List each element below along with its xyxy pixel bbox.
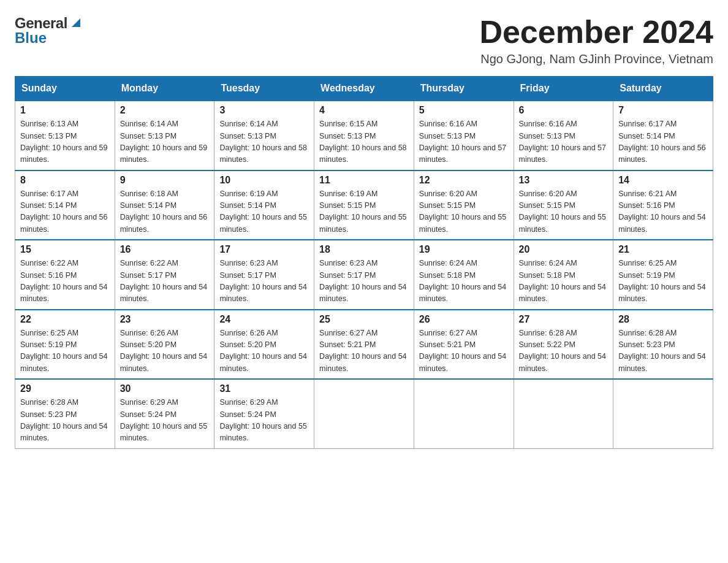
day-info: Sunrise: 6:17 AMSunset: 5:14 PMDaylight:… (618, 118, 708, 166)
calendar-cell: 11Sunrise: 6:19 AMSunset: 5:15 PMDayligh… (314, 170, 414, 240)
day-info: Sunrise: 6:25 AMSunset: 5:19 PMDaylight:… (20, 327, 110, 375)
header-saturday: Saturday (613, 77, 713, 101)
calendar-cell: 10Sunrise: 6:19 AMSunset: 5:14 PMDayligh… (214, 170, 314, 240)
calendar-cell: 26Sunrise: 6:27 AMSunset: 5:21 PMDayligh… (414, 310, 514, 380)
calendar-cell: 6Sunrise: 6:16 AMSunset: 5:13 PMDaylight… (514, 101, 613, 170)
calendar-cell: 17Sunrise: 6:23 AMSunset: 5:17 PMDayligh… (214, 240, 314, 310)
header-tuesday: Tuesday (214, 77, 314, 101)
day-number: 17 (219, 244, 309, 255)
day-number: 27 (519, 314, 609, 325)
day-info: Sunrise: 6:29 AMSunset: 5:24 PMDaylight:… (219, 397, 309, 445)
day-number: 12 (419, 175, 509, 186)
day-number: 24 (219, 314, 309, 325)
day-number: 20 (519, 244, 609, 255)
calendar-body: 1Sunrise: 6:13 AMSunset: 5:13 PMDaylight… (15, 101, 713, 448)
day-number: 16 (120, 244, 210, 255)
header-monday: Monday (115, 77, 214, 101)
calendar-cell: 30Sunrise: 6:29 AMSunset: 5:24 PMDayligh… (115, 379, 214, 448)
day-info: Sunrise: 6:23 AMSunset: 5:17 PMDaylight:… (319, 258, 409, 305)
location-subtitle: Ngo GJong, Nam GJinh Province, Vietnam (479, 52, 713, 66)
calendar-cell: 4Sunrise: 6:15 AMSunset: 5:13 PMDaylight… (314, 101, 414, 170)
calendar-cell: 21Sunrise: 6:25 AMSunset: 5:19 PMDayligh… (613, 240, 713, 310)
calendar-cell: 27Sunrise: 6:28 AMSunset: 5:22 PMDayligh… (514, 310, 613, 380)
calendar-week-3: 15Sunrise: 6:22 AMSunset: 5:16 PMDayligh… (15, 240, 713, 310)
day-info: Sunrise: 6:28 AMSunset: 5:23 PMDaylight:… (618, 327, 708, 375)
calendar-cell: 28Sunrise: 6:28 AMSunset: 5:23 PMDayligh… (613, 310, 713, 380)
day-number: 28 (618, 314, 708, 325)
day-info: Sunrise: 6:19 AMSunset: 5:15 PMDaylight:… (319, 188, 409, 236)
page-header: General Blue December 2024 Ngo GJong, Na… (15, 15, 713, 66)
day-number: 21 (618, 244, 708, 255)
calendar-cell (613, 379, 713, 448)
header-friday: Friday (514, 77, 613, 101)
header-thursday: Thursday (414, 77, 514, 101)
day-number: 10 (219, 175, 309, 186)
header-wednesday: Wednesday (314, 77, 414, 101)
day-number: 22 (20, 314, 110, 325)
day-number: 30 (120, 383, 210, 394)
day-number: 6 (519, 105, 609, 116)
calendar-week-2: 8Sunrise: 6:17 AMSunset: 5:14 PMDaylight… (15, 170, 713, 240)
calendar-cell: 3Sunrise: 6:14 AMSunset: 5:13 PMDaylight… (214, 101, 314, 170)
calendar-cell: 16Sunrise: 6:22 AMSunset: 5:17 PMDayligh… (115, 240, 214, 310)
day-number: 23 (120, 314, 210, 325)
day-info: Sunrise: 6:29 AMSunset: 5:24 PMDaylight:… (120, 397, 210, 445)
calendar-cell: 1Sunrise: 6:13 AMSunset: 5:13 PMDaylight… (15, 101, 115, 170)
calendar-cell: 15Sunrise: 6:22 AMSunset: 5:16 PMDayligh… (15, 240, 115, 310)
day-number: 3 (219, 105, 309, 116)
calendar-cell: 29Sunrise: 6:28 AMSunset: 5:23 PMDayligh… (15, 379, 115, 448)
day-number: 26 (419, 314, 509, 325)
calendar-cell: 12Sunrise: 6:20 AMSunset: 5:15 PMDayligh… (414, 170, 514, 240)
calendar-cell: 22Sunrise: 6:25 AMSunset: 5:19 PMDayligh… (15, 310, 115, 380)
month-title: December 2024 (479, 15, 713, 50)
day-info: Sunrise: 6:24 AMSunset: 5:18 PMDaylight:… (419, 258, 509, 305)
day-number: 31 (219, 383, 309, 394)
calendar-cell: 2Sunrise: 6:14 AMSunset: 5:13 PMDaylight… (115, 101, 214, 170)
calendar-cell: 8Sunrise: 6:17 AMSunset: 5:14 PMDaylight… (15, 170, 115, 240)
day-number: 25 (319, 314, 409, 325)
calendar-cell: 20Sunrise: 6:24 AMSunset: 5:18 PMDayligh… (514, 240, 613, 310)
day-number: 9 (120, 175, 210, 186)
calendar-cell: 25Sunrise: 6:27 AMSunset: 5:21 PMDayligh… (314, 310, 414, 380)
header-sunday: Sunday (15, 77, 115, 101)
day-info: Sunrise: 6:26 AMSunset: 5:20 PMDaylight:… (120, 327, 210, 375)
day-number: 19 (419, 244, 509, 255)
day-info: Sunrise: 6:17 AMSunset: 5:14 PMDaylight:… (20, 188, 110, 236)
day-number: 2 (120, 105, 210, 116)
day-number: 7 (618, 105, 708, 116)
day-info: Sunrise: 6:25 AMSunset: 5:19 PMDaylight:… (618, 258, 708, 305)
calendar-cell: 13Sunrise: 6:20 AMSunset: 5:15 PMDayligh… (514, 170, 613, 240)
day-info: Sunrise: 6:27 AMSunset: 5:21 PMDaylight:… (319, 327, 409, 375)
day-info: Sunrise: 6:19 AMSunset: 5:14 PMDaylight:… (219, 188, 309, 236)
calendar-cell: 24Sunrise: 6:26 AMSunset: 5:20 PMDayligh… (214, 310, 314, 380)
day-number: 15 (20, 244, 110, 255)
day-info: Sunrise: 6:22 AMSunset: 5:17 PMDaylight:… (120, 258, 210, 305)
title-section: December 2024 Ngo GJong, Nam GJinh Provi… (479, 15, 713, 66)
day-info: Sunrise: 6:20 AMSunset: 5:15 PMDaylight:… (419, 188, 509, 236)
day-info: Sunrise: 6:22 AMSunset: 5:16 PMDaylight:… (20, 258, 110, 305)
day-info: Sunrise: 6:24 AMSunset: 5:18 PMDaylight:… (519, 258, 609, 305)
day-number: 29 (20, 383, 110, 394)
day-info: Sunrise: 6:26 AMSunset: 5:20 PMDaylight:… (219, 327, 309, 375)
logo: General Blue (15, 15, 83, 47)
day-info: Sunrise: 6:23 AMSunset: 5:17 PMDaylight:… (219, 258, 309, 305)
day-number: 11 (319, 175, 409, 186)
calendar-cell: 7Sunrise: 6:17 AMSunset: 5:14 PMDaylight… (613, 101, 713, 170)
day-info: Sunrise: 6:27 AMSunset: 5:21 PMDaylight:… (419, 327, 509, 375)
day-info: Sunrise: 6:14 AMSunset: 5:13 PMDaylight:… (219, 118, 309, 166)
day-info: Sunrise: 6:20 AMSunset: 5:15 PMDaylight:… (519, 188, 609, 236)
day-info: Sunrise: 6:28 AMSunset: 5:22 PMDaylight:… (519, 327, 609, 375)
calendar-week-5: 29Sunrise: 6:28 AMSunset: 5:23 PMDayligh… (15, 379, 713, 448)
logo-blue-text: Blue (15, 29, 83, 47)
day-info: Sunrise: 6:15 AMSunset: 5:13 PMDaylight:… (319, 118, 409, 166)
day-number: 8 (20, 175, 110, 186)
day-info: Sunrise: 6:14 AMSunset: 5:13 PMDaylight:… (120, 118, 210, 166)
calendar-cell (514, 379, 613, 448)
day-info: Sunrise: 6:16 AMSunset: 5:13 PMDaylight:… (419, 118, 509, 166)
calendar-cell: 23Sunrise: 6:26 AMSunset: 5:20 PMDayligh… (115, 310, 214, 380)
day-info: Sunrise: 6:28 AMSunset: 5:23 PMDaylight:… (20, 397, 110, 445)
calendar-cell (314, 379, 414, 448)
calendar-cell: 5Sunrise: 6:16 AMSunset: 5:13 PMDaylight… (414, 101, 514, 170)
day-info: Sunrise: 6:21 AMSunset: 5:16 PMDaylight:… (618, 188, 708, 236)
day-number: 4 (319, 105, 409, 116)
